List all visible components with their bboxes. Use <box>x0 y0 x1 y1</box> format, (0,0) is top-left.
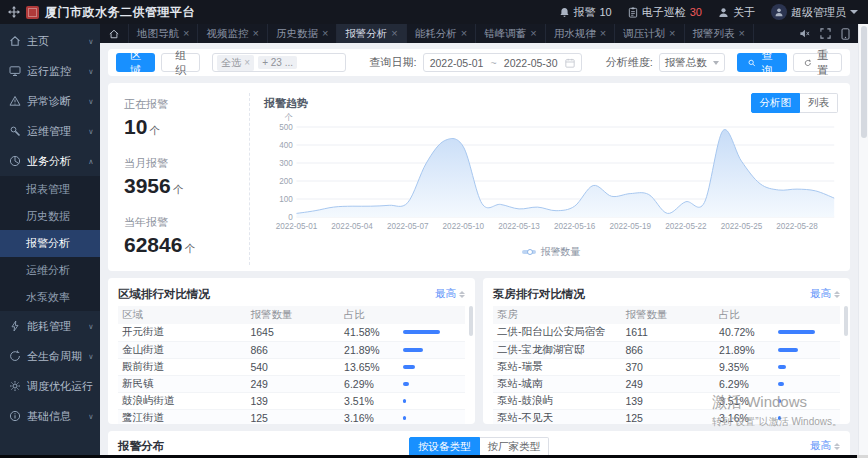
topbar-right: 报警 10 电子巡检 30 关于 超级管理员 <box>559 4 859 20</box>
region-sort-control[interactable]: 最高 <box>435 287 465 301</box>
table-row[interactable]: 二供-阳台山公安局宿舍161140.72% <box>493 324 840 341</box>
alarm-stats: 正在报警10个当月报警3956个当年报警62846个 <box>122 93 250 265</box>
by-device-type-button[interactable]: 按设备类型 <box>409 437 480 455</box>
chart-legend[interactable]: 报警数量 <box>264 245 838 258</box>
close-icon[interactable]: × <box>461 28 467 39</box>
stat-value: 10个 <box>124 116 239 137</box>
sidebar-subitem-history-data[interactable]: 历史数据 <box>0 203 100 230</box>
inspection-count: 30 <box>690 6 702 18</box>
table-scrollbar[interactable] <box>469 306 473 336</box>
sidebar-subitem-ops-analysis[interactable]: 运维分析 <box>0 257 100 284</box>
row-bar-cell <box>774 358 840 375</box>
row-name: 开元街道 <box>118 324 246 341</box>
org-toggle-button[interactable]: 组织 <box>161 53 200 72</box>
close-icon[interactable]: × <box>252 28 258 39</box>
tab-home[interactable] <box>100 24 129 43</box>
alarm-trend-area-chart[interactable]: 个01002003004005002022-05-012022-05-04202… <box>264 113 838 245</box>
refresh-icon <box>804 58 812 68</box>
sidebar-item-home[interactable]: 主页∨ <box>0 26 100 56</box>
about-icon <box>718 7 729 18</box>
row-count: 125 <box>621 409 715 424</box>
table-row[interactable]: 二供-宝龙御湖官邸86621.89% <box>493 341 840 358</box>
date-range-label: 查询日期: <box>370 55 417 70</box>
region-toggle-button[interactable]: 区域 <box>116 53 155 72</box>
sidebar-subitem-pump-efficiency[interactable]: 水泵效率 <box>0 284 100 311</box>
sidebar-item-energy-management[interactable]: 能耗管理∨ <box>0 311 100 341</box>
close-icon[interactable]: × <box>600 28 606 39</box>
tab-label: 错峰调蓄 <box>484 27 526 41</box>
tab-label: 能耗分析 <box>415 27 457 41</box>
sidebar-item-ops-management[interactable]: 运维管理∨ <box>0 116 100 146</box>
view-chart-button[interactable]: 分析图 <box>751 93 801 113</box>
table-row[interactable]: 泵站-鼓浪屿1393.51% <box>493 392 840 409</box>
sidebar-subitem-report-mgmt[interactable]: 报表管理 <box>0 176 100 203</box>
tab-energy-analysis[interactable]: 能耗分析× <box>407 24 476 43</box>
mute-icon[interactable] <box>799 28 810 39</box>
table-row[interactable]: 金山街道86621.89% <box>118 341 465 358</box>
move-handle-icon[interactable] <box>8 6 20 18</box>
svg-text:2022-05-28: 2022-05-28 <box>776 221 818 231</box>
mobile-icon[interactable] <box>841 28 850 40</box>
tab-history-data[interactable]: 历史数据× <box>268 24 337 43</box>
tab-video-monitor[interactable]: 视频监控× <box>198 24 267 43</box>
alarm-count: 10 <box>600 6 612 18</box>
scrollbar-thumb[interactable] <box>861 26 867 138</box>
date-range-picker[interactable]: 2022-05-01 ~ 2022-05-30 <box>423 53 582 72</box>
region-multiselect[interactable]: 全选× + 23 ... <box>212 53 345 72</box>
close-icon[interactable]: × <box>322 28 328 39</box>
tab-alarm-analysis[interactable]: 报警分析× <box>337 24 406 43</box>
sidebar-item-run-monitoring[interactable]: 运行监控∨ <box>0 56 100 86</box>
table-row[interactable]: 鼓浪屿街道1393.51% <box>118 392 465 409</box>
tab-alarm-list[interactable]: 报警列表× <box>685 24 754 43</box>
fullscreen-icon[interactable] <box>820 28 831 39</box>
table-row[interactable]: 泵站-不见天1253.16% <box>493 409 840 424</box>
close-icon[interactable]: × <box>183 28 189 39</box>
dimension-select[interactable]: 报警总数 <box>659 53 726 72</box>
sidebar-item-business-analysis[interactable]: 业务分析∧ <box>0 146 100 176</box>
close-icon[interactable]: × <box>669 28 675 39</box>
search-button[interactable]: 查询 <box>737 53 786 72</box>
sidebar-item-full-lifecycle[interactable]: 全生命周期∨ <box>0 341 100 371</box>
sidebar-item-anomaly-diagnosis[interactable]: 异常诊断∨ <box>0 86 100 116</box>
table-row[interactable]: 新民镇2496.29% <box>118 375 465 392</box>
table-row[interactable]: 开元街道164541.58% <box>118 324 465 341</box>
sidebar-subitem-alarm-analysis[interactable]: 报警分析 <box>0 230 100 257</box>
sidebar-item-label: 全生命周期 <box>27 349 82 364</box>
table-row[interactable]: 殿前街道54013.65% <box>118 358 465 375</box>
dispatch-optimization-icon <box>9 380 21 392</box>
row-bar-cell <box>774 392 840 409</box>
business-analysis-icon <box>9 155 21 167</box>
distribution-sort-control[interactable]: 最高 <box>810 439 840 453</box>
row-bar-cell <box>399 392 465 409</box>
stat-label: 当月报警 <box>124 156 239 171</box>
reset-button[interactable]: 重置 <box>793 53 842 72</box>
pump-sort-control[interactable]: 最高 <box>810 287 840 301</box>
filter-bar: 区域 组织 全选× + 23 ... 查询日期: 2022-05-01 ~ 20… <box>108 49 850 76</box>
by-vendor-type-button[interactable]: 按厂家类型 <box>480 437 550 455</box>
tab-map-nav[interactable]: 地图导航× <box>129 24 198 43</box>
sidebar-item-dispatch-optimization[interactable]: 调度优化运行∨ <box>0 371 100 401</box>
table-scrollbar[interactable] <box>844 306 848 336</box>
sidebar-item-basic-info[interactable]: 基础信息∨ <box>0 401 100 431</box>
tab-pressure-plan[interactable]: 调压计划× <box>615 24 684 43</box>
row-name: 金山街道 <box>118 341 246 358</box>
ranking-tables-row: 区域排行对比情况 最高 区域报警数量占比 开元街道164541.58%金山街道8… <box>108 278 850 424</box>
chevron-up-icon: ∧ <box>88 157 93 165</box>
tag-close-icon[interactable]: × <box>244 57 250 68</box>
alarm-indicator[interactable]: 报警 10 <box>559 5 612 20</box>
view-list-button[interactable]: 列表 <box>800 93 838 113</box>
tab-water-usage[interactable]: 用水规律× <box>546 24 615 43</box>
table-row[interactable]: 鹭江街道1253.16% <box>118 409 465 424</box>
row-name: 二供-阳台山公安局宿舍 <box>493 324 621 341</box>
inspection-indicator[interactable]: 电子巡检 30 <box>628 5 702 20</box>
close-icon[interactable]: × <box>530 28 536 39</box>
close-icon[interactable]: × <box>391 28 397 39</box>
sort-icon <box>834 291 840 298</box>
close-icon[interactable]: × <box>739 28 745 39</box>
page-scrollbar[interactable] <box>858 24 868 455</box>
table-row[interactable]: 泵站-瑞景3709.35% <box>493 358 840 375</box>
table-row[interactable]: 泵站-城南2496.29% <box>493 375 840 392</box>
user-menu[interactable]: 超级管理员 <box>771 4 858 20</box>
about-button[interactable]: 关于 <box>718 5 755 20</box>
tab-peak-storage[interactable]: 错峰调蓄× <box>476 24 545 43</box>
